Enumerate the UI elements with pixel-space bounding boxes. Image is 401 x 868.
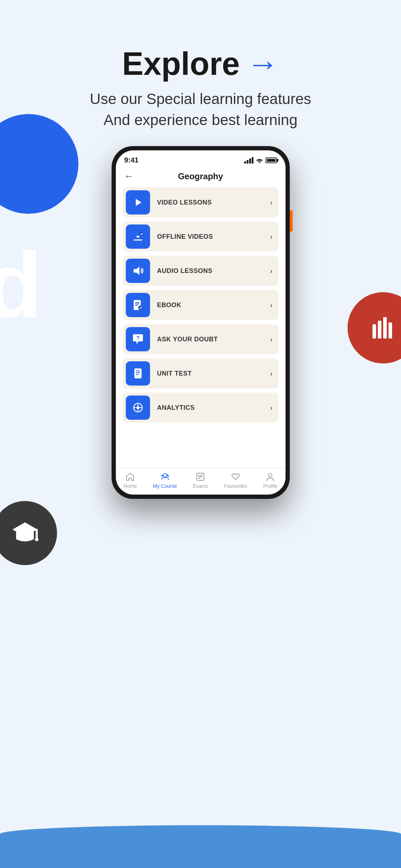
tab-bar: Home My Course <box>116 468 286 495</box>
test-icon <box>132 367 144 380</box>
chevron-icon: › <box>270 301 276 309</box>
status-time: 9:41 <box>124 156 139 164</box>
menu-item-offline-videos[interactable]: OFFLINE VIDEOS › <box>123 222 278 252</box>
tab-profile-label: Profile <box>263 483 277 489</box>
svg-rect-9 <box>134 239 142 241</box>
page-title: Geography <box>137 171 277 181</box>
audio-lessons-label: AUDIO LESSONS <box>150 267 270 275</box>
phone-mockup: 9:41 <box>112 146 290 499</box>
tab-my-course[interactable]: My Course <box>153 472 177 489</box>
chevron-icon: › <box>270 335 276 343</box>
svg-marker-11 <box>134 267 139 275</box>
exams-icon <box>195 472 205 482</box>
home-icon <box>125 472 135 482</box>
svg-point-28 <box>163 474 167 477</box>
menu-item-audio-lessons[interactable]: AUDIO LESSONS › <box>123 256 278 286</box>
download-icon <box>132 230 144 243</box>
svg-rect-1 <box>378 321 381 339</box>
tab-favourites[interactable]: Favourites <box>224 472 247 489</box>
wifi-icon <box>256 157 263 163</box>
battery-icon <box>266 157 277 163</box>
tab-home-label: Home <box>124 483 137 489</box>
chevron-icon: › <box>270 404 276 412</box>
svg-rect-15 <box>135 305 138 306</box>
svg-rect-2 <box>383 317 387 339</box>
tab-my-course-label: My Course <box>153 483 177 489</box>
unit-test-label: UNIT TEST <box>150 370 270 377</box>
favourites-icon <box>231 472 241 482</box>
svg-text:?: ? <box>136 335 139 341</box>
bg-circle-red <box>348 292 401 363</box>
graduation-icon <box>9 517 41 549</box>
svg-rect-19 <box>136 371 140 371</box>
svg-rect-5 <box>36 529 38 539</box>
svg-rect-3 <box>389 322 392 339</box>
menu-item-analytics[interactable]: ANALYTICS › <box>123 393 278 423</box>
chevron-icon: › <box>270 233 276 241</box>
unit-test-icon-box <box>126 361 150 386</box>
ask-doubt-icon-box: ? <box>126 327 150 351</box>
offline-videos-icon-box <box>126 224 150 249</box>
phone-outer: 9:41 <box>112 146 290 499</box>
svg-point-16 <box>138 305 143 310</box>
video-lessons-label: VIDEO LESSONS <box>150 199 270 206</box>
ebook-icon-box <box>126 293 150 317</box>
status-bar: 9:41 <box>116 150 286 167</box>
ebook-label: EBOOK <box>150 301 270 309</box>
svg-point-23 <box>137 406 139 409</box>
svg-point-7 <box>259 162 260 163</box>
back-button[interactable]: ← <box>124 171 134 182</box>
tab-exams[interactable]: Exams <box>193 472 208 489</box>
svg-rect-0 <box>372 324 376 339</box>
svg-point-6 <box>35 538 38 541</box>
menu-list: VIDEO LESSONS › OFFLINE VIDEOS › <box>116 184 286 468</box>
chevron-icon: › <box>270 267 276 275</box>
tab-exams-label: Exams <box>193 483 208 489</box>
video-lessons-icon-box <box>126 190 150 215</box>
tab-home[interactable]: Home <box>124 472 137 489</box>
my-course-icon <box>160 472 170 482</box>
header-section: Explore → Use our Special learning featu… <box>0 46 401 131</box>
audio-icon <box>132 264 144 277</box>
tab-favourites-label: Favourites <box>224 483 247 489</box>
svg-rect-20 <box>136 372 140 373</box>
doubt-icon: ? <box>132 333 144 346</box>
audio-lessons-icon-box <box>126 259 150 283</box>
profile-icon <box>265 472 275 482</box>
ask-doubt-label: ASK YOUR DOUBT <box>150 336 270 343</box>
status-icons <box>244 157 277 164</box>
menu-item-unit-test[interactable]: UNIT TEST › <box>123 358 278 388</box>
chevron-icon: › <box>270 198 276 207</box>
explore-title: Explore → <box>0 46 401 82</box>
menu-item-ebook[interactable]: EBOOK › <box>123 290 278 320</box>
svg-point-34 <box>268 474 272 477</box>
svg-rect-21 <box>136 374 139 375</box>
analytics-icon-box <box>126 396 150 420</box>
menu-item-ask-doubt[interactable]: ? ASK YOUR DOUBT › <box>123 324 278 354</box>
analytics-icon <box>132 401 144 414</box>
subtitle: Use our Special learning features And ex… <box>0 89 401 131</box>
tab-profile[interactable]: Profile <box>263 472 277 489</box>
analytics-label: ANALYTICS <box>150 404 270 412</box>
play-icon <box>132 196 144 209</box>
nav-bar: ← Geography <box>116 167 286 184</box>
bg-wave <box>0 825 401 868</box>
ebook-icon <box>132 299 144 311</box>
bg-letter-d: d <box>0 239 42 331</box>
explore-arrow: → <box>247 46 279 82</box>
offline-videos-label: OFFLINE VIDEOS <box>150 233 270 241</box>
chevron-icon: › <box>270 370 276 378</box>
phone-screen: 9:41 <box>116 150 286 495</box>
svg-rect-14 <box>135 304 139 304</box>
svg-point-10 <box>139 232 144 236</box>
signal-icon <box>244 157 253 164</box>
explore-text: Explore <box>122 46 240 82</box>
svg-rect-18 <box>134 368 142 378</box>
equalizer-icon <box>369 314 397 342</box>
svg-marker-8 <box>136 199 142 206</box>
svg-rect-13 <box>135 302 139 303</box>
menu-item-video-lessons[interactable]: VIDEO LESSONS › <box>123 187 278 217</box>
bg-circle-dark <box>0 501 57 565</box>
